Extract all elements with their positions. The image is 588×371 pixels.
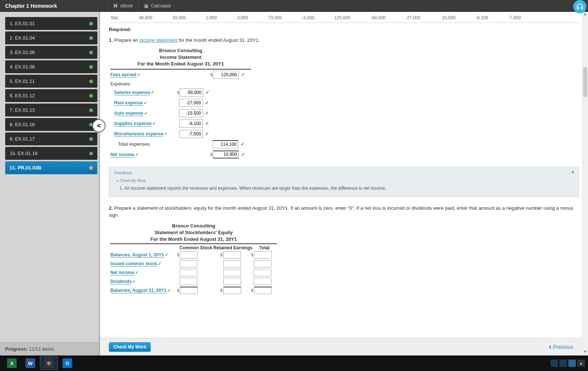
auto-expense-input[interactable] (179, 109, 203, 117)
question-2: 2. Prepare a statement of stockholders' … (109, 205, 579, 219)
income-statement-table: Bronco Consulting Income Statement For t… (110, 47, 251, 160)
status-done-icon (89, 94, 93, 98)
balances-begin-dropdown[interactable]: Balances, August 1, 20Y1✓ (110, 252, 177, 257)
check-icon: ✓ (165, 252, 168, 257)
expenses-header: Expenses: (110, 80, 251, 87)
collapse-sidebar-button[interactable]: < (92, 119, 106, 132)
tray-show-desktop[interactable]: ▲ (577, 360, 585, 367)
nav-item-11[interactable]: 11. PR.01.03B (5, 161, 97, 174)
scrollbar-thumb[interactable] (583, 67, 587, 97)
fees-earned-input[interactable] (213, 71, 239, 79)
required-heading: Required: (109, 27, 579, 32)
check-icon: ✓ (152, 121, 156, 126)
total-expenses-label: Total expenses (110, 141, 177, 147)
issued-re-input[interactable] (223, 260, 241, 267)
balances-end-dropdown[interactable]: Balances, August 31, 20Y1✓ (110, 288, 177, 293)
div-re-input[interactable] (223, 278, 241, 285)
taskbar-app[interactable] (40, 357, 58, 370)
calculator-label: Calculator (151, 3, 171, 9)
net-income-input[interactable] (213, 151, 239, 159)
check-icon: ✓ (206, 90, 210, 95)
check-icon: ✓ (158, 261, 161, 266)
dividends-dropdown[interactable]: Dividends✓ (110, 279, 177, 284)
balances-begin-total-input[interactable] (254, 251, 272, 259)
excel-icon: X (7, 358, 17, 368)
nav-item-2[interactable]: 2. EX.01.04 (5, 31, 97, 44)
supplies-expense-dropdown[interactable]: Supplies expense✓ (110, 121, 177, 126)
previous-button[interactable]: ‹ Previous (549, 342, 573, 352)
income-statement-link[interactable]: income statement (139, 37, 177, 43)
check-icon: ✓ (144, 100, 147, 105)
nav-item-7[interactable]: 7. EX.01.13 (5, 104, 97, 117)
status-done-icon (89, 137, 93, 141)
nav-item-9[interactable]: 9. EX.01.17 (5, 132, 97, 145)
question-1: 1. Prepare an income statement for the m… (109, 37, 579, 43)
vertical-scrollbar[interactable]: ▲ ▼ (582, 12, 588, 355)
issued-total-input[interactable] (254, 260, 271, 267)
nav-item-10[interactable]: 10. EX.01.18 (5, 147, 97, 160)
div-cs-input[interactable] (180, 278, 197, 285)
misc-expense-dropdown[interactable]: Miscellaneous expense✓ (110, 131, 177, 136)
progress-value: 11/11 items (29, 346, 54, 352)
misc-expense-input[interactable] (179, 130, 203, 138)
rent-expense-dropdown[interactable]: Rent expense✓ (110, 100, 177, 105)
nav-item-3[interactable]: 3. EX.01.06 (5, 46, 97, 59)
taskbar-word[interactable]: W (21, 357, 39, 370)
net-income-row-dropdown[interactable]: Net income✓ (110, 270, 177, 275)
taskbar-outlook[interactable]: O (59, 357, 76, 370)
tray-button-2[interactable] (559, 360, 567, 367)
windows-taskbar: X W O ▲ (0, 355, 588, 371)
nav-item-4[interactable]: 4. EX.01.08 (5, 60, 97, 73)
ebook-button[interactable]: eBook (107, 0, 138, 11)
check-icon: ✓ (132, 279, 136, 284)
feedback-collapse-button[interactable]: ▼ (571, 170, 575, 175)
nav-item-8[interactable]: 8. EX.01.16 (5, 118, 97, 131)
content-area: Bal.48,00033,0002,9003,00073,000-3,00012… (100, 12, 588, 355)
balances-end-total-input[interactable] (254, 287, 272, 294)
check-icon: ✓ (205, 110, 209, 116)
ni-total-input[interactable] (254, 269, 271, 276)
total-expenses-input[interactable] (213, 140, 238, 148)
chevron-left-icon: ‹ (549, 342, 551, 352)
topbar: Chapter 1 Homework eBook Calculator (0, 0, 588, 12)
check-icon: ✓ (241, 72, 245, 77)
status-done-icon (89, 36, 93, 40)
issued-stock-dropdown[interactable]: Issued common stock✓ (110, 261, 177, 266)
progress-bar: Progress: 11/11 items (0, 342, 99, 355)
balance-row: Bal.48,00033,0002,9003,00073,000-3,00012… (109, 14, 579, 23)
check-my-work-button[interactable]: Check My Work (109, 342, 151, 352)
ni-cs-input[interactable] (180, 269, 197, 276)
net-income-dropdown[interactable]: Net income✓ (110, 152, 177, 157)
column-headers: Common Stock Retained Earnings Total (110, 244, 277, 250)
nav-item-5[interactable]: 5. EX.01.11 (5, 75, 97, 88)
salaries-expense-dropdown[interactable]: Salaries expense✓ (110, 90, 177, 95)
stockholders-equity-table: Bronco Consulting Statement of Stockhold… (110, 223, 277, 295)
scroll-down-arrow-icon[interactable]: ▼ (582, 350, 588, 355)
fees-earned-dropdown[interactable]: Fees earned✓ (110, 72, 177, 77)
tray-button-3[interactable] (568, 360, 576, 367)
nav-item-1[interactable]: 1. EX.01.01 (5, 17, 97, 30)
sidebar: 1. EX.01.01 2. EX.01.04 3. EX.01.06 4. E… (0, 12, 100, 355)
scroll-up-arrow-icon[interactable]: ▲ (582, 12, 588, 18)
taskbar-excel[interactable]: X (3, 357, 21, 370)
balances-end-re-input[interactable] (223, 287, 241, 294)
supplies-expense-input[interactable] (179, 119, 203, 128)
feedback-box: Feedback ▼ Check My Work 1. An income st… (109, 166, 579, 197)
ni-re-input[interactable] (223, 269, 241, 276)
rent-expense-input[interactable] (179, 99, 203, 107)
check-icon: ✓ (241, 141, 245, 147)
calculator-button[interactable]: Calculator (138, 0, 176, 11)
word-icon: W (26, 358, 35, 368)
salaries-expense-input[interactable] (180, 88, 203, 97)
balances-begin-re-input[interactable] (223, 251, 241, 259)
div-total-input[interactable] (254, 278, 271, 285)
tray-button-1[interactable] (551, 360, 558, 367)
chevron-left-icon: < (97, 122, 101, 130)
check-icon: ✓ (137, 72, 141, 77)
help-button[interactable] (573, 0, 587, 13)
issued-cs-input[interactable] (180, 260, 197, 267)
auto-expense-dropdown[interactable]: Auto expense✓ (110, 111, 177, 116)
nav-item-6[interactable]: 6. EX.01.12 (5, 89, 97, 102)
balances-end-cs-input[interactable] (180, 287, 198, 294)
balances-begin-cs-input[interactable] (180, 251, 198, 259)
